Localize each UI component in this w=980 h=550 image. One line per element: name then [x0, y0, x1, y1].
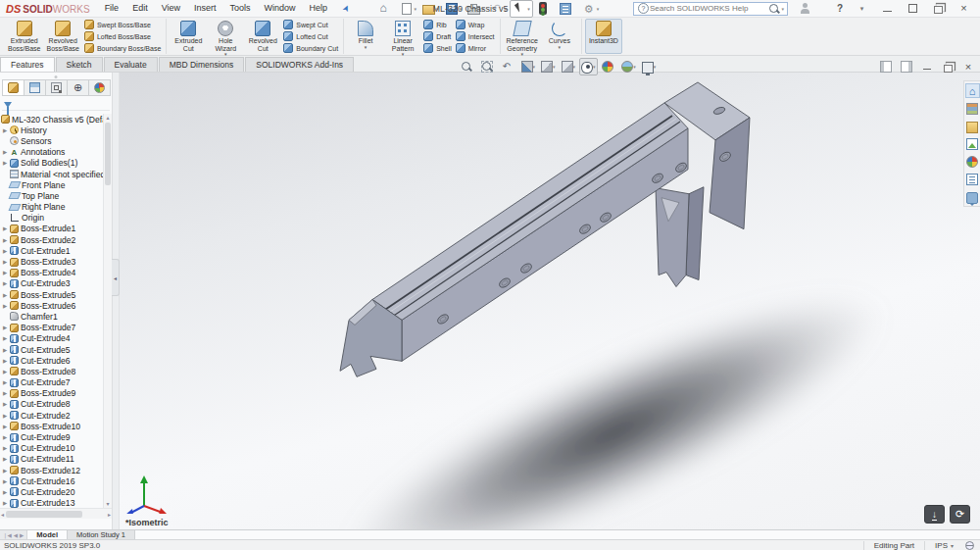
expand-arrow-icon[interactable]: ▶ — [2, 445, 8, 451]
tree-item[interactable]: ▶ Right Plane — [0, 202, 103, 213]
expand-arrow-icon[interactable]: ▶ — [2, 434, 8, 440]
revolved-boss-base-button[interactable]: Revolved Boss/Base ▾ — [43, 19, 81, 54]
rebuild-button[interactable]: ▾ — [533, 0, 557, 17]
panel-tab[interactable] — [88, 79, 111, 96]
tree-item[interactable]: ▶ Boss-Extrude2 — [0, 234, 103, 245]
tree-item[interactable]: ▶ Cut-Extrude20 — [0, 486, 103, 497]
tree-item[interactable]: ▶ Boss-Extrude1 — [0, 224, 103, 234]
shell-button[interactable]: Shell — [423, 43, 452, 54]
tree-item[interactable]: ▶ Boss-Extrude4 — [0, 268, 103, 278]
study-tab[interactable]: Motion Study 1 — [68, 530, 135, 539]
status-globe[interactable] — [963, 541, 976, 550]
vscroll-thumb[interactable] — [105, 123, 111, 185]
swept-cut-button[interactable]: Swept Cut — [283, 20, 338, 30]
tree-vertical-scrollbar[interactable]: ▴▾ — [103, 114, 112, 508]
tree-item[interactable]: ▶ Origin — [0, 213, 103, 224]
help-search-box[interactable]: ▾ — [633, 2, 788, 16]
expand-arrow-icon[interactable]: ▶ — [2, 424, 8, 429]
expand-arrow-icon[interactable]: ▶ — [2, 248, 8, 254]
command-tab[interactable]: MBD Dimensions — [159, 57, 245, 72]
expand-arrow-icon[interactable]: ▶ — [2, 478, 8, 484]
tree-item[interactable]: ▶ Cut-Extrude11 — [0, 454, 103, 465]
file-properties-button[interactable]: ▾ — [556, 0, 579, 18]
curves-button[interactable]: Curves ▾ — [541, 19, 578, 54]
rib-button[interactable]: Rib — [423, 20, 452, 30]
tab-next-icon[interactable]: ▶ — [20, 532, 24, 538]
menu-item[interactable]: File — [98, 0, 126, 17]
task-pane-tab[interactable] — [966, 173, 979, 185]
tree-item[interactable]: ▶ Boss-Extrude7 — [0, 323, 103, 333]
lofted-boss-base-button[interactable]: Lofted Boss/Base — [84, 31, 161, 42]
command-tab[interactable]: Sketch — [56, 57, 103, 72]
fillet-button[interactable]: Fillet ▾ — [347, 19, 384, 54]
expand-arrow-icon[interactable]: ▶ — [2, 149, 8, 155]
tree-item[interactable]: ▶ History — [0, 125, 103, 135]
expand-arrow-icon[interactable]: ▶ — [2, 127, 8, 133]
mirror-button[interactable]: Mirror — [456, 43, 495, 54]
expand-arrow-icon[interactable]: ▶ — [2, 379, 8, 385]
print-button[interactable]: ▾ — [465, 1, 487, 17]
task-pane-tab[interactable] — [966, 120, 979, 132]
study-tab[interactable]: Model — [27, 530, 68, 539]
tree-item[interactable]: ▶ Boss-Extrude5 — [0, 289, 103, 300]
tree-item[interactable]: ▶ Cut-Extrude9 — [0, 431, 103, 442]
tree-item[interactable]: ▶ Cut-Extrude2 — [0, 410, 103, 421]
tree-item[interactable]: ▶ Boss-Extrude3 — [0, 256, 103, 267]
graphics-viewport[interactable]: *Isometric — [120, 73, 980, 529]
intersect-button[interactable]: Intersect — [456, 31, 495, 42]
tree-item[interactable]: ▶ Material <not specified> — [0, 169, 103, 179]
menu-item[interactable]: Window — [258, 0, 303, 17]
tree-item[interactable]: ▶ Front Plane — [0, 179, 103, 190]
menu-item[interactable]: Insert — [187, 0, 223, 17]
panel-splitter-handle[interactable] — [55, 75, 58, 78]
boundary-boss-base-button[interactable]: Boundary Boss/Base — [84, 43, 161, 54]
panel-tab[interactable] — [67, 79, 89, 96]
expand-arrow-icon[interactable]: ▶ — [2, 369, 8, 375]
tab-nav-arrows[interactable]: ❘◀ ◀ ▶ — [0, 530, 27, 539]
help-caret[interactable] — [853, 0, 871, 17]
tree-item[interactable]: ▶ Boss-Extrude12 — [0, 465, 103, 475]
maximize-button[interactable] — [904, 0, 922, 17]
expand-arrow-icon[interactable]: ▶ — [2, 292, 8, 298]
boundary-cut-button[interactable]: Boundary Cut — [283, 43, 338, 54]
expand-arrow-icon[interactable]: ▶ — [2, 358, 8, 364]
tab-prev-icon[interactable]: ◀ — [14, 532, 18, 538]
close-button[interactable] — [955, 0, 973, 17]
search-caret-icon[interactable]: ▾ — [781, 6, 784, 12]
tree-item[interactable]: ▶ Boss-Extrude9 — [0, 388, 103, 399]
draft-button[interactable]: Draft — [423, 31, 452, 42]
menu-item[interactable]: Help — [303, 0, 335, 17]
save-button[interactable]: ▾ — [442, 0, 466, 18]
tree-item[interactable]: ▶ Cut-Extrude4 — [0, 333, 103, 344]
reference-geometry-button[interactable]: Reference Geometry ▾ — [504, 19, 541, 54]
command-tab[interactable]: Evaluate — [104, 57, 158, 72]
expand-arrow-icon[interactable]: ▶ — [2, 401, 8, 407]
tree-item[interactable]: ▶ Sensors — [0, 135, 103, 146]
command-tab[interactable]: Features — [0, 57, 55, 72]
instant3d-button[interactable]: Instant3D ▾ — [585, 19, 622, 54]
options-button[interactable]: ▾ — [579, 0, 603, 18]
expand-arrow-icon[interactable]: ▶ — [2, 335, 8, 341]
tree-item[interactable]: ▶ Chamfer1 — [0, 311, 103, 322]
tree-item[interactable]: ▶ Boss-Extrude8 — [0, 366, 103, 376]
expand-arrow-icon[interactable]: ▶ — [2, 259, 8, 265]
task-pane-tab[interactable] — [966, 190, 979, 203]
swept-boss-base-button[interactable]: Swept Boss/Base — [84, 20, 161, 30]
pin-icon[interactable] — [340, 2, 354, 16]
tree-item[interactable]: ▶ Top Plane — [0, 190, 103, 201]
tree-item[interactable]: ▶ Solid Bodies(1) — [0, 158, 103, 169]
extruded-boss-base-button[interactable]: Extruded Boss/Base ▾ — [5, 19, 43, 54]
tree-item[interactable]: ▶ Boss-Extrude10 — [0, 421, 103, 431]
expand-arrow-icon[interactable]: ▶ — [2, 468, 8, 474]
tree-item[interactable]: ▶ Cut-Extrude16 — [0, 475, 103, 486]
tree-item[interactable]: ▶ Cut-Extrude5 — [0, 344, 103, 355]
panel-tab[interactable] — [45, 79, 68, 96]
expand-arrow-icon[interactable]: ▶ — [2, 413, 8, 419]
expand-arrow-icon[interactable]: ▶ — [2, 325, 8, 330]
wrap-button[interactable]: Wrap — [456, 20, 495, 30]
notification-button[interactable] — [924, 505, 945, 524]
menu-item[interactable]: Edit — [125, 0, 155, 17]
command-tab[interactable]: SOLIDWORKS Add-Ins — [245, 57, 354, 72]
home-button[interactable]: ▾ — [373, 0, 397, 18]
tree-item[interactable]: ▶ Cut-Extrude3 — [0, 278, 103, 289]
